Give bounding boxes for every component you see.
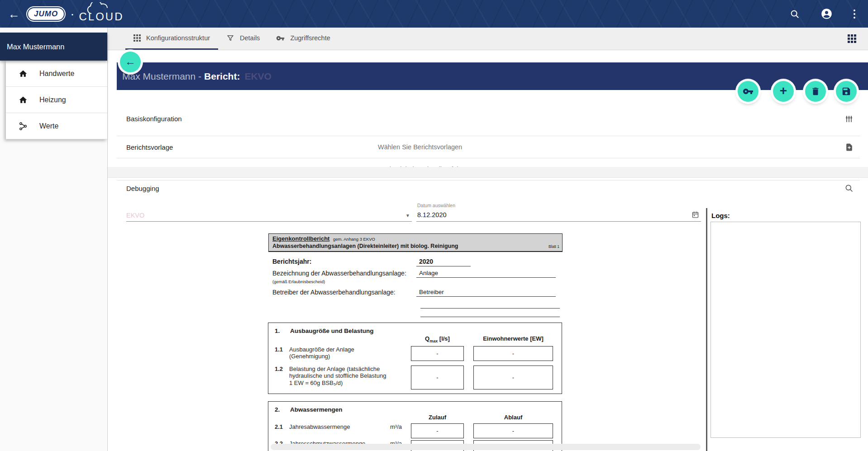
row-value: Wählen Sie Berichtsvorlagen [378, 143, 462, 151]
account-icon[interactable] [820, 8, 833, 20]
row-text: Belastung der Anlage (tatsächliche [289, 366, 386, 373]
section-number: 1. [275, 328, 284, 334]
section-title: Ausbaugröße und Belastung [290, 328, 374, 334]
row-label: Berichtsvorlage [126, 143, 173, 151]
sidebar-menu: Handwerte Heizung Werte [6, 61, 107, 139]
apps-grid-icon[interactable] [848, 34, 856, 43]
note-add-icon[interactable] [845, 143, 854, 152]
plant-name-note: (gemäß Erlaubnisbescheid) [272, 279, 563, 284]
brand-dot: · [70, 7, 74, 21]
logs-label: Logs: [711, 212, 730, 219]
row-number: 2.1 [275, 423, 285, 430]
row-text: Ausbaugröße der Anlage [289, 346, 354, 353]
report-header-box: Eigenkontrollbericht gem. Anhang 3 EKVO … [268, 233, 563, 252]
save-icon [841, 86, 851, 96]
date-picker-field[interactable]: Datum auswählen 8.12.2020 [416, 200, 701, 222]
access-rights-button[interactable] [738, 81, 758, 102]
sidebar-item-heizung[interactable]: Heizung [6, 87, 107, 113]
date-field-value: 8.12.2020 [417, 211, 447, 218]
plant-name-label: Bezeichnung der Abwasserbehandlungsanlag… [272, 270, 416, 278]
row-text: (Genehmigung) [289, 353, 354, 360]
row-berichtsvorlage[interactable]: Berichtsvorlage Wählen Sie Berichtsvorla… [117, 136, 860, 158]
plant-name-value: Anlage [416, 270, 556, 278]
horizontal-scrollbar[interactable] [271, 444, 701, 450]
value-cell: - [473, 423, 553, 438]
row-text: hydraulische und stoffliche Belastung [289, 372, 386, 380]
tune-icon[interactable] [844, 114, 854, 123]
tab-bar: Konfigurationsstruktur Details Zugriffsr… [107, 28, 868, 50]
table-row: 1.1 Ausbaugröße der Anlage (Genehmigung)… [275, 346, 557, 361]
chevron-down-icon[interactable]: ▼ [405, 213, 410, 218]
back-button[interactable]: ← [120, 52, 141, 72]
tab-label: Konfigurationsstruktur [146, 34, 210, 42]
value-cell: - [411, 366, 464, 389]
column-header-ablauf: Ablauf [473, 414, 553, 421]
column-header-ew: Einwohnerwerte [EW] [473, 335, 553, 343]
sidebar-header: Max Mustermann [0, 33, 107, 61]
report-fields: Berichtsjahr: 2020 Bezeichnung der Abwas… [268, 258, 563, 317]
sidebar-item-handwerte[interactable]: Handwerte [6, 61, 107, 87]
plus-icon: + [780, 85, 787, 97]
save-button[interactable] [836, 81, 857, 102]
jumo-logo: JUMO [27, 7, 65, 21]
page-title: Bericht: [204, 71, 240, 82]
tab-details[interactable]: Details [218, 28, 268, 50]
row-number: 1.2 [275, 366, 285, 387]
row-label: Basiskonfiguration [126, 115, 182, 123]
back-arrow-icon: ← [125, 56, 136, 67]
debugging-section-header: Debugging [117, 177, 860, 199]
row-unit: m³/a [390, 423, 408, 430]
key-icon [276, 34, 285, 43]
main-content: Konfigurationsstruktur Details Zugriffsr… [107, 28, 868, 451]
report-preview: Eigenkontrollbericht gem. Anhang 3 EKVO … [268, 233, 563, 317]
report-select[interactable]: EKVO ▼ [126, 204, 412, 222]
value-cell: - [473, 346, 553, 361]
report-title-suffix: gem. Anhang 3 EKVO [333, 237, 375, 242]
back-icon[interactable]: ← [8, 8, 20, 20]
vertical-divider [706, 208, 707, 451]
tab-zugriffsrechte[interactable]: Zugriffsrechte [268, 28, 338, 50]
banner-prefix: Max Mustermann - [122, 71, 201, 82]
table-row: 1.2 Belastung der Anlage (tatsächliche h… [275, 366, 557, 389]
report-section-1: 1. Ausbaugröße und Belastung Qmax [l/s] … [268, 323, 562, 394]
calendar-icon[interactable] [692, 211, 699, 218]
logs-panel [711, 222, 861, 438]
sidebar-item-werte[interactable]: Werte [6, 113, 107, 139]
trash-icon [811, 86, 820, 96]
tab-label: Zugriffsrechte [290, 34, 330, 42]
add-button[interactable]: + [773, 81, 794, 102]
home-icon [19, 69, 28, 78]
search-icon[interactable] [844, 184, 854, 193]
home-icon [19, 95, 28, 104]
section-number: 2. [275, 406, 284, 413]
row-text: 1 EW = 60g BSB₅/d) [289, 380, 386, 387]
column-header-qmax: Qmax [l/s] [411, 335, 464, 343]
select-ghost-value: EKVO [126, 212, 144, 219]
table-row: 2.1 Jahresabwassermenge m³/a - - [275, 423, 557, 438]
top-app-bar: ← JUMO · CLOUD [0, 0, 868, 28]
sidebar-item-label: Handwerte [39, 70, 74, 78]
row-number: 1.1 [275, 346, 285, 360]
value-cell: - [411, 423, 464, 438]
filter-icon [226, 34, 234, 42]
share-icon [19, 122, 28, 131]
blank-line [420, 309, 560, 317]
search-icon[interactable] [790, 9, 800, 19]
report-sheet-number: Blatt 1 [548, 244, 559, 249]
year-label: Berichtsjahr: [272, 258, 416, 266]
operator-value: Betreiber [416, 289, 556, 297]
report-title: Eigenkontrollbericht [272, 235, 329, 242]
tab-label: Details [240, 34, 260, 42]
value-cell: - [473, 366, 553, 389]
delete-button[interactable] [805, 81, 826, 102]
date-field-label: Datum auswählen [417, 203, 455, 208]
tab-konfigurationsstruktur[interactable]: Konfigurationsstruktur [125, 28, 218, 50]
section-title: Abwassermengen [290, 406, 343, 413]
row-text: Jahresabwassermenge [289, 423, 350, 430]
sidebar-item-label: Werte [39, 122, 58, 130]
blank-line [420, 300, 560, 309]
sidebar-item-label: Heizung [39, 96, 66, 104]
more-vert-icon[interactable] [854, 9, 855, 19]
debugging-label: Debugging [126, 185, 159, 192]
report-subtitle: Abwasserbehandlungsanlagen (Direkteinlei… [272, 243, 458, 249]
